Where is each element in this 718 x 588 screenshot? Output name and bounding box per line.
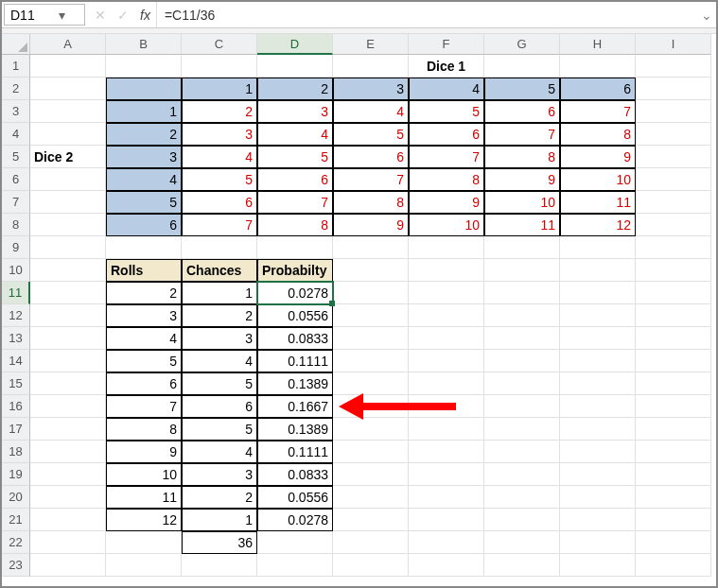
cell[interactable] [636,214,711,236]
cell[interactable] [30,327,106,350]
cell[interactable] [30,282,106,304]
cell[interactable] [30,214,106,236]
cell[interactable] [636,191,711,214]
cell[interactable] [333,486,409,509]
cell[interactable] [636,168,711,191]
cell[interactable] [333,259,409,282]
cell[interactable]: 8 [106,418,182,441]
cell[interactable] [484,304,560,327]
cell[interactable]: 2 [106,123,182,146]
cell[interactable]: 0.1111 [257,441,333,463]
cell[interactable]: 6 [182,191,257,214]
cell[interactable] [636,350,711,372]
cell[interactable] [182,55,257,78]
cell[interactable]: Chances [182,259,257,282]
cell[interactable] [30,259,106,282]
cell[interactable]: 9 [484,168,560,191]
row-header[interactable]: 17 [2,418,30,441]
cell[interactable]: 6 [560,78,636,100]
row-header[interactable]: 14 [2,350,30,372]
cell[interactable] [636,123,711,146]
cell[interactable] [30,554,106,577]
cell[interactable]: 1 [182,282,257,304]
cell[interactable] [484,259,560,282]
cell[interactable]: 9 [106,441,182,463]
cells-area[interactable]: Dice 112345612345672345678Dice 234567894… [30,55,711,577]
cell[interactable] [30,463,106,486]
cell[interactable]: 12 [106,509,182,531]
cell[interactable] [409,441,484,463]
cell[interactable] [560,554,636,577]
cell[interactable]: 3 [106,304,182,327]
cell[interactable]: 1 [182,509,257,531]
row-header[interactable]: 4 [2,123,30,146]
fx-icon[interactable]: fx [140,8,150,23]
cell[interactable]: 0.0278 [257,282,333,304]
cell[interactable] [30,486,106,509]
cell[interactable] [484,395,560,418]
cell[interactable] [560,395,636,418]
cell[interactable]: 5 [182,418,257,441]
row-header[interactable]: 7 [2,191,30,214]
cell[interactable]: 5 [409,100,484,123]
cell[interactable]: 2 [257,78,333,100]
cell[interactable] [333,463,409,486]
cell[interactable] [636,509,711,531]
name-box[interactable]: D11 ▾ [4,4,85,26]
cell[interactable] [333,395,409,418]
cell[interactable] [333,531,409,554]
cell[interactable] [560,372,636,395]
column-header[interactable]: G [484,34,560,55]
row-header[interactable]: 16 [2,395,30,418]
cell[interactable]: 11 [106,486,182,509]
cell[interactable] [484,554,560,577]
cell[interactable] [106,554,182,577]
cell[interactable] [106,531,182,554]
row-header[interactable]: 21 [2,509,30,531]
cell[interactable] [333,509,409,531]
cell[interactable]: 3 [333,78,409,100]
cell[interactable]: Dice 2 [30,146,106,168]
cell[interactable]: 9 [333,214,409,236]
cell[interactable] [333,441,409,463]
cell[interactable] [182,554,257,577]
cell[interactable] [257,531,333,554]
cell[interactable]: 7 [106,395,182,418]
cell[interactable]: 10 [484,191,560,214]
cell[interactable] [30,531,106,554]
row-header[interactable]: 1 [2,55,30,78]
cell[interactable] [409,395,484,418]
column-header[interactable]: B [106,34,182,55]
cell[interactable] [636,441,711,463]
cell[interactable] [30,509,106,531]
row-header[interactable]: 9 [2,236,30,259]
cell[interactable] [636,463,711,486]
cell[interactable]: 6 [484,100,560,123]
cell[interactable] [484,531,560,554]
column-header[interactable]: D [257,34,333,55]
cell[interactable] [484,441,560,463]
cell[interactable] [257,554,333,577]
cell[interactable]: 8 [560,123,636,146]
column-header[interactable]: E [333,34,409,55]
cell[interactable]: 3 [182,463,257,486]
cell[interactable] [409,259,484,282]
row-header[interactable]: 20 [2,486,30,509]
cell[interactable]: 4 [182,441,257,463]
cell[interactable] [409,372,484,395]
cell[interactable] [30,372,106,395]
cell[interactable] [30,100,106,123]
row-header[interactable]: 8 [2,214,30,236]
cell[interactable] [484,509,560,531]
cell[interactable]: 5 [182,372,257,395]
cell[interactable]: 8 [333,191,409,214]
cell[interactable] [409,327,484,350]
cell[interactable]: 6 [257,168,333,191]
cell[interactable] [560,55,636,78]
cell[interactable] [636,55,711,78]
cell[interactable] [484,350,560,372]
cell[interactable] [333,55,409,78]
row-header[interactable]: 13 [2,327,30,350]
cell[interactable] [636,282,711,304]
cell[interactable]: 6 [182,395,257,418]
